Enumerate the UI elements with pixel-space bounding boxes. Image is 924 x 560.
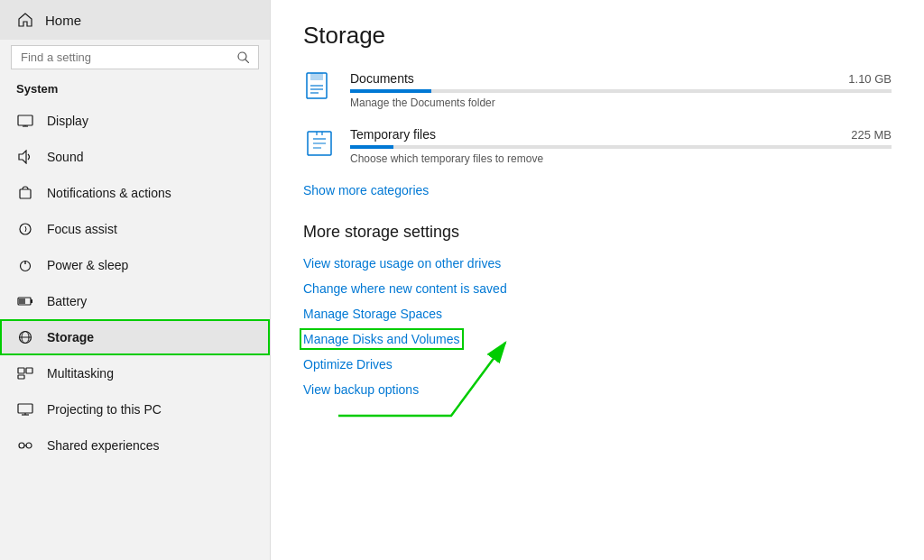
display-icon: [16, 112, 34, 130]
svg-point-0: [238, 52, 246, 60]
power-label: Power & sleep: [47, 258, 128, 272]
backup-link[interactable]: View backup options: [303, 382, 892, 397]
svg-rect-2: [18, 115, 32, 125]
show-more-link[interactable]: Show more categories: [303, 183, 892, 197]
svg-rect-11: [31, 299, 32, 303]
search-icon: [237, 51, 249, 63]
sound-label: Sound: [47, 150, 83, 164]
sidebar-item-battery[interactable]: Battery: [0, 283, 270, 319]
temp-bar: [350, 145, 892, 149]
sidebar-item-display[interactable]: Display: [0, 103, 270, 139]
system-label: System: [0, 82, 270, 103]
focus-icon: [16, 220, 34, 238]
change-content-link[interactable]: Change where new content is saved: [303, 281, 892, 296]
svg-rect-17: [26, 368, 32, 373]
svg-point-7: [20, 224, 31, 234]
home-label: Home: [45, 13, 81, 28]
main-content-area: Storage Documents 1.10 GB: [271, 0, 924, 560]
power-icon: [16, 256, 34, 274]
sidebar: Home System Display Sound: [0, 0, 271, 560]
notifications-icon: [16, 184, 34, 202]
manage-spaces-link[interactable]: Manage Storage Spaces: [303, 307, 892, 321]
projecting-label: Projecting to this PC: [47, 402, 162, 417]
sidebar-item-shared[interactable]: Shared experiences: [0, 427, 270, 464]
shared-icon: [16, 436, 34, 454]
sidebar-item-power[interactable]: Power & sleep: [0, 247, 270, 283]
home-icon: [16, 11, 34, 29]
sidebar-item-multitasking[interactable]: Multitasking: [0, 355, 270, 391]
storage-label: Storage: [47, 330, 94, 344]
svg-rect-26: [310, 73, 323, 80]
svg-rect-18: [18, 375, 24, 379]
manage-disks-link[interactable]: Manage Disks and Volumes: [303, 332, 460, 346]
temp-header: Temporary files 225 MB: [350, 127, 892, 142]
sidebar-item-home[interactable]: Home: [0, 0, 270, 40]
optimize-link[interactable]: Optimize Drives: [303, 357, 892, 372]
svg-rect-16: [18, 368, 24, 373]
multitasking-label: Multitasking: [47, 366, 114, 381]
page-title: Storage: [303, 22, 892, 50]
multitasking-icon: [16, 364, 34, 382]
main-content: Storage Documents 1.10 GB: [271, 0, 924, 429]
temp-storage-item: Temporary files 225 MB Choose which temp…: [303, 127, 892, 165]
sidebar-item-notifications[interactable]: Notifications & actions: [0, 175, 270, 211]
sidebar-item-storage[interactable]: Storage: [0, 319, 270, 355]
sidebar-item-focus[interactable]: Focus assist: [0, 211, 270, 247]
documents-details: Documents 1.10 GB Manage the Documents f…: [350, 71, 892, 109]
documents-header: Documents 1.10 GB: [350, 71, 892, 86]
temp-size: 225 MB: [851, 128, 892, 142]
documents-name: Documents: [350, 71, 414, 86]
svg-rect-12: [19, 298, 25, 304]
documents-bar: [350, 89, 892, 93]
svg-rect-19: [18, 404, 32, 413]
temp-desc: Choose which temporary files to remove: [350, 152, 892, 165]
documents-storage-item: Documents 1.10 GB Manage the Documents f…: [303, 71, 892, 109]
svg-point-22: [19, 443, 24, 448]
svg-point-23: [26, 443, 32, 448]
documents-size: 1.10 GB: [848, 72, 892, 86]
temp-icon: [303, 127, 336, 160]
temp-details: Temporary files 225 MB Choose which temp…: [350, 127, 892, 165]
documents-bar-fill: [350, 89, 431, 93]
notifications-label: Notifications & actions: [47, 186, 171, 200]
storage-icon: [16, 328, 34, 346]
search-box[interactable]: [11, 45, 259, 69]
search-input[interactable]: [21, 50, 232, 64]
svg-marker-5: [19, 151, 26, 163]
battery-label: Battery: [47, 294, 87, 308]
svg-line-1: [245, 60, 249, 63]
sidebar-item-sound[interactable]: Sound: [0, 139, 270, 175]
svg-rect-6: [20, 189, 31, 198]
view-storage-link[interactable]: View storage usage on other drives: [303, 256, 892, 271]
focus-label: Focus assist: [47, 222, 117, 236]
sound-icon: [16, 148, 34, 166]
sidebar-item-projecting[interactable]: Projecting to this PC: [0, 391, 270, 427]
shared-label: Shared experiences: [47, 438, 160, 453]
documents-desc: Manage the Documents folder: [350, 96, 892, 109]
temp-bar-fill: [350, 145, 393, 149]
more-settings-title: More storage settings: [303, 223, 892, 242]
temp-name: Temporary files: [350, 127, 436, 142]
battery-icon: [16, 292, 34, 310]
display-label: Display: [47, 114, 88, 128]
documents-icon: [303, 71, 336, 104]
projecting-icon: [16, 400, 34, 418]
